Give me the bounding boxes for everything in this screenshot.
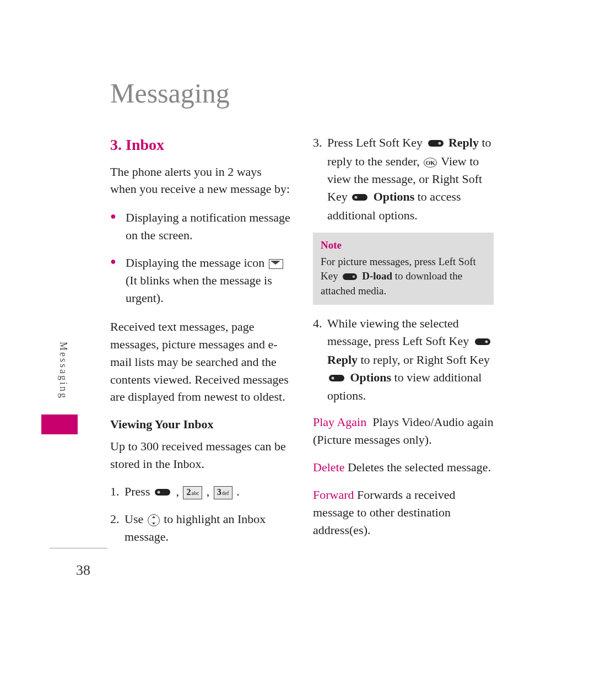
svg-rect-10 — [329, 375, 344, 381]
side-tab-label: Messaging — [57, 342, 69, 400]
page-title: Messaging — [110, 77, 523, 109]
step-3-number: 3. — [313, 134, 327, 224]
bullet-message-icon: Displaying the message icon (It blinks w… — [110, 254, 291, 307]
svg-point-7 — [353, 275, 355, 277]
page-number: 38 — [76, 562, 90, 579]
right-softkey-icon-2 — [352, 189, 369, 207]
step-4-number: 4. — [313, 315, 327, 405]
forward-item: Forward Forwards a received message to o… — [313, 486, 494, 539]
key-3def: 3def — [214, 486, 232, 499]
forward-label: Forward — [313, 488, 354, 502]
left-softkey-icon-note — [342, 270, 358, 284]
bullet-notification: Displaying a notification message on the… — [110, 209, 291, 244]
svg-rect-0 — [155, 489, 170, 496]
step3-options: Options — [374, 190, 415, 203]
svg-rect-8 — [475, 338, 490, 345]
step3-reply: Reply — [448, 136, 479, 149]
section-name: Inbox — [126, 136, 164, 153]
svg-point-1 — [157, 491, 160, 493]
play-again-item: Play Again Plays Video/Audio again (Pict… — [313, 413, 494, 449]
step1-press: Press — [125, 484, 150, 498]
right-softkey-icon-3 — [329, 370, 345, 387]
left-column: 3. Inbox The phone alerts you in 2 ways … — [110, 134, 291, 554]
step-4-body: While viewing the selected message, pres… — [327, 315, 494, 405]
section-number: 3. — [110, 136, 122, 153]
svg-rect-2 — [428, 140, 443, 147]
step-3: 3. Press Left Soft Key Reply to reply to… — [313, 134, 494, 224]
play-again-label: Play Again — [313, 415, 366, 429]
svg-rect-4 — [352, 194, 367, 201]
subhead-viewing: Viewing Your Inbox — [110, 416, 291, 433]
step-2: 2. Use to highlight an Inbox message. — [110, 510, 291, 546]
step-3-body: Press Left Soft Key Reply to reply to th… — [327, 134, 494, 224]
step-1: 1. Press , 2abc , 3def . — [110, 483, 291, 502]
left-softkey-icon-2 — [474, 333, 490, 351]
step4-options: Options — [350, 370, 392, 384]
bullet2-text-a: Displaying the message icon — [126, 256, 264, 270]
inbox-intro: The phone alerts you in 2 ways when you … — [110, 163, 291, 198]
right-column: 3. Press Left Soft Key Reply to reply to… — [313, 134, 494, 554]
delete-label: Delete — [313, 460, 344, 474]
key-2abc: 2abc — [183, 486, 202, 499]
bullet2-text-b: (It blinks when the message is urgent). — [126, 273, 272, 305]
delete-item: Delete Deletes the selected message. — [313, 459, 494, 476]
left-softkey-icon — [427, 135, 443, 153]
navigation-key-icon — [148, 514, 160, 526]
capacity-text: Up to 300 received messages can be store… — [110, 438, 291, 473]
step-2-body: Use to highlight an Inbox message. — [125, 510, 291, 546]
side-tab: Messaging — [57, 342, 74, 402]
svg-point-9 — [485, 340, 488, 343]
footer-rule — [50, 548, 107, 548]
step4-reply: Reply — [327, 353, 358, 367]
step-4: 4. While viewing the selected message, p… — [313, 315, 494, 405]
svg-point-3 — [439, 142, 441, 145]
right-softkey-icon — [155, 484, 171, 502]
manual-page: Messaging Messaging 3. Inbox The phone a… — [0, 0, 595, 700]
ok-key-icon: OK — [424, 158, 437, 168]
note-dload: D-load — [362, 270, 392, 282]
note-body: For picture messages, press Left Soft Ke… — [321, 255, 486, 298]
step2-rest: to highlight an Inbox message. — [125, 512, 266, 543]
step4-a: While viewing the selected message, pres… — [327, 316, 469, 348]
step4-b: to reply, or Right Soft Key — [361, 353, 490, 367]
envelope-icon — [269, 259, 283, 269]
svg-point-11 — [332, 376, 334, 379]
step2-use: Use — [125, 512, 143, 526]
step-2-number: 2. — [110, 510, 125, 546]
section-heading: 3. Inbox — [110, 134, 291, 157]
svg-point-5 — [355, 196, 358, 198]
side-tab-block — [41, 414, 78, 434]
note-title: Note — [321, 238, 486, 252]
note-box: Note For picture messages, press Left So… — [313, 233, 494, 304]
content-columns: 3. Inbox The phone alerts you in 2 ways … — [110, 134, 523, 554]
step-1-body: Press , 2abc , 3def . — [125, 483, 291, 502]
received-description: Received text messages, page messages, p… — [110, 318, 291, 406]
delete-text: Deletes the selected message. — [348, 460, 491, 474]
step-1-number: 1. — [110, 483, 125, 502]
step3-a: Press Left Soft Key — [327, 136, 423, 149]
alert-bullets: Displaying a notification message on the… — [110, 209, 291, 306]
